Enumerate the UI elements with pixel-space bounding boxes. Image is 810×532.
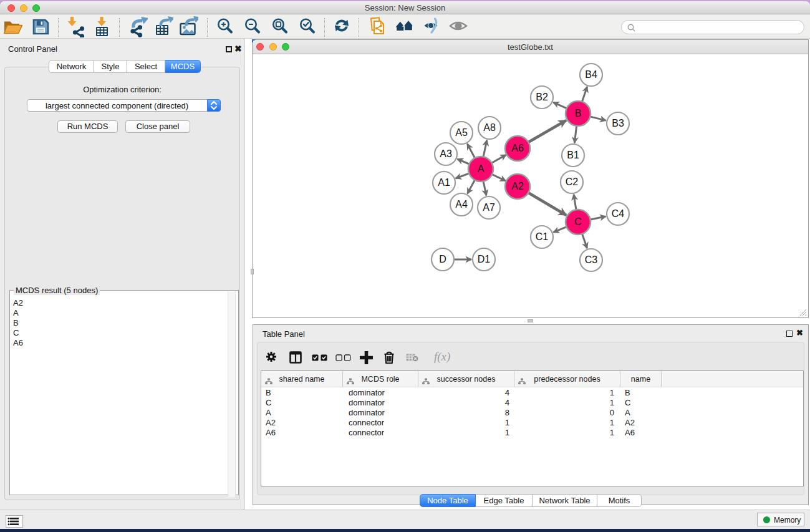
svg-text:A4: A4 [455, 199, 468, 210]
svg-text:A2: A2 [511, 181, 524, 191]
svg-text:D1: D1 [478, 254, 491, 264]
svg-text:B1: B1 [567, 150, 579, 160]
svg-text:A6: A6 [511, 143, 524, 153]
svg-text:B2: B2 [536, 92, 548, 102]
svg-text:B4: B4 [585, 69, 597, 80]
svg-text:C3: C3 [585, 254, 598, 265]
svg-text:A3: A3 [440, 148, 452, 159]
svg-text:A: A [478, 163, 485, 174]
svg-text:C: C [574, 216, 582, 227]
svg-text:B3: B3 [612, 118, 624, 128]
svg-text:C1: C1 [536, 231, 549, 242]
svg-text:D: D [439, 254, 446, 264]
svg-text:B: B [575, 108, 582, 118]
svg-text:A8: A8 [483, 122, 496, 133]
svg-text:A1: A1 [438, 177, 450, 188]
svg-text:C4: C4 [612, 208, 625, 219]
svg-text:A5: A5 [455, 127, 468, 138]
svg-text:C2: C2 [566, 177, 579, 187]
svg-text:A7: A7 [483, 202, 495, 213]
